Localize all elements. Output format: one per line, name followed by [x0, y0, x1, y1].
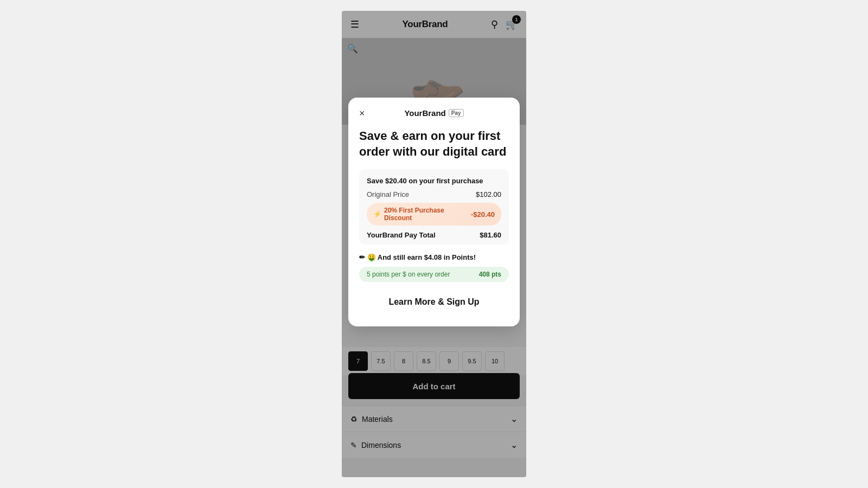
discount-row: ⚡ 20% First Purchase Discount -$20.40: [367, 203, 501, 226]
learn-more-signup-button[interactable]: Learn More & Sign Up: [359, 293, 509, 311]
modal-close-button[interactable]: ×: [359, 108, 365, 118]
points-badge: 5 points per $ on every order 408 pts: [359, 267, 509, 282]
savings-header: Save $20.40 on your first purchase: [367, 177, 501, 185]
modal-header: × YourBrand Pay: [359, 108, 509, 118]
discount-label-text: 20% First Purchase Discount: [384, 207, 471, 222]
original-price-row: Original Price $102.00: [367, 190, 501, 198]
discount-value: -$20.40: [471, 210, 495, 219]
phone-frame: ☰ YourBrand ⚲ 🛒 1 🔍 👞 7 7.5 8 8.5 9 9.5 …: [342, 11, 526, 477]
total-value: $81.60: [480, 231, 501, 239]
modal-logo-brand: YourBrand: [404, 108, 445, 118]
original-price-value: $102.00: [476, 190, 501, 198]
modal-logo: YourBrand Pay: [404, 108, 463, 118]
points-total-value: 408 pts: [479, 271, 501, 278]
total-row: YourBrand Pay Total $81.60: [367, 231, 501, 239]
points-title: ✏ 🤑 And still earn $4.08 in Points!: [359, 253, 509, 261]
modal-logo-pay: Pay: [449, 109, 464, 117]
points-section: ✏ 🤑 And still earn $4.08 in Points! 5 po…: [359, 253, 509, 282]
original-price-label: Original Price: [367, 190, 409, 198]
discount-icon: ⚡: [373, 210, 381, 218]
modal-title: Save & earn on your first order with our…: [359, 129, 509, 159]
discount-label: ⚡ 20% First Purchase Discount: [373, 207, 471, 222]
savings-card: Save $20.40 on your first purchase Origi…: [359, 169, 509, 245]
total-label: YourBrand Pay Total: [367, 231, 436, 239]
points-rate-label: 5 points per $ on every order: [367, 271, 450, 278]
pay-modal: × YourBrand Pay Save & earn on your firs…: [348, 98, 520, 326]
